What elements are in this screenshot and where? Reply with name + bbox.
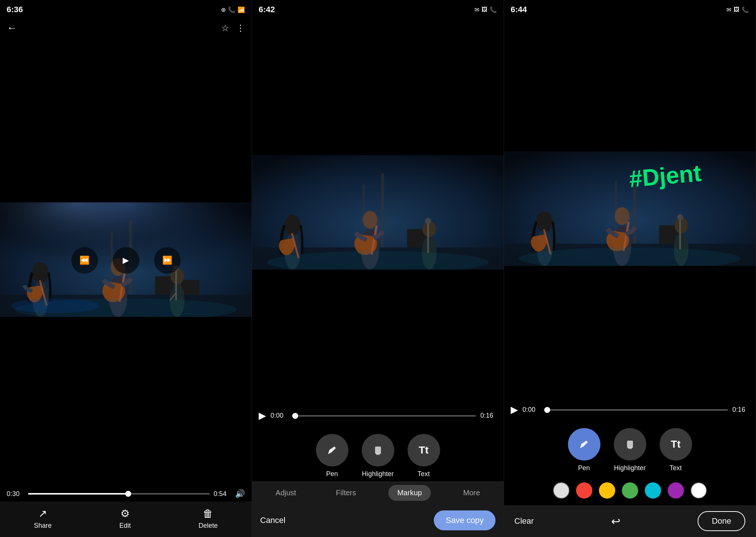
track-thumb-2[interactable] — [292, 413, 298, 419]
pen-icon-3 — [578, 438, 591, 451]
svg-rect-22 — [381, 174, 384, 247]
status-icons-1: ⊕ 📞 📶 — [221, 6, 245, 13]
color-cyan-3[interactable] — [645, 482, 661, 499]
text-tool-2[interactable]: Tt Text — [408, 434, 440, 478]
highlighter-tool-3[interactable]: Highlighter — [614, 428, 646, 472]
share-action[interactable]: ↗ Share — [34, 507, 52, 530]
bottom-tabs-2: Adjust Filters Markup More — [252, 482, 504, 504]
tab-more-2[interactable]: More — [456, 482, 488, 504]
status-icons-3: ✉ 🖼 📞 — [726, 6, 749, 13]
photo-icon-2: 🖼 — [481, 6, 487, 13]
done-button-3[interactable]: Done — [698, 511, 745, 531]
playback-bar-2: ▶ 0:00 0:16 — [252, 406, 504, 426]
timeline-row-1: 0:30 0:54 🔊 — [7, 489, 245, 499]
svg-rect-37 — [375, 447, 381, 454]
whatsapp-icon: ⊕ — [221, 6, 226, 13]
bottom-3: Clear ↩ Done — [504, 505, 756, 537]
color-red-3[interactable] — [576, 482, 592, 499]
delete-label: Delete — [198, 522, 218, 530]
color-purple-3[interactable] — [668, 482, 684, 499]
text-tool-circle-3: Tt — [660, 428, 692, 461]
pen-tool-3[interactable]: Pen — [568, 428, 600, 472]
status-bar-3: 6:44 ✉ 🖼 📞 — [504, 0, 756, 19]
current-time-1: 0:30 — [7, 490, 24, 498]
video-area-2 — [252, 19, 504, 406]
cancel-button-2[interactable]: Cancel — [260, 516, 285, 525]
action-bar-2: Cancel Save copy — [252, 504, 504, 537]
color-palette-3 — [504, 476, 756, 505]
timeline-progress-1 — [28, 493, 128, 495]
volume-icon-1[interactable]: 🔊 — [235, 489, 245, 499]
clear-button-3[interactable]: Clear — [514, 516, 534, 526]
color-white2-3[interactable] — [691, 482, 707, 499]
save-copy-button-2[interactable]: Save copy — [434, 510, 496, 530]
color-white-3[interactable] — [553, 482, 569, 499]
tool-row-3: Pen Highlighter Tt Text — [504, 420, 756, 476]
color-yellow-3[interactable] — [599, 482, 615, 499]
tab-adjust-2[interactable]: Adjust — [268, 482, 304, 504]
signal-icon: 📶 — [238, 6, 245, 13]
back-button[interactable]: ← — [7, 22, 17, 34]
status-icons-2: ✉ 🖼 📞 — [474, 6, 497, 13]
tool-row-2: Pen Highlighter Tt Text — [252, 426, 504, 482]
video-area-1: ⏪ ▶ ⏩ — [0, 37, 252, 484]
text-icon-3: Tt — [671, 438, 680, 450]
phone-icon-3: 📞 — [742, 6, 749, 13]
concert-scene-2 — [252, 155, 504, 270]
svg-point-53 — [677, 214, 683, 220]
rewind-button[interactable]: ⏪ — [71, 247, 98, 274]
undo-button-3[interactable]: ↩ — [611, 515, 620, 528]
svg-point-34 — [425, 218, 431, 224]
status-bar-2: 6:42 ✉ 🖼 📞 — [252, 0, 504, 19]
text-label-3: Text — [670, 464, 682, 472]
svg-rect-38 — [376, 453, 380, 455]
text-icon-2: Tt — [419, 444, 428, 456]
track-bar-3[interactable] — [544, 409, 728, 411]
phone-icon: 📞 — [228, 6, 235, 13]
track-thumb-3[interactable] — [544, 407, 550, 413]
end-time-1: 0:54 — [214, 490, 231, 498]
status-time-2: 6:42 — [259, 5, 275, 14]
more-button[interactable]: ⋮ — [236, 23, 245, 33]
top-bar-1: ← ☆ ⋮ — [0, 19, 252, 37]
svg-point-29 — [363, 211, 378, 229]
panel-2: 6:42 ✉ 🖼 📞 — [252, 0, 504, 537]
video-area-3: #Djent — [504, 19, 756, 400]
svg-rect-57 — [627, 441, 633, 448]
panel-3: 6:44 ✉ 🖼 📞 — [504, 0, 756, 537]
pen-label-3: Pen — [578, 464, 590, 472]
svg-point-48 — [615, 207, 630, 225]
play-button[interactable]: ▶ — [113, 247, 139, 274]
play-icon-3[interactable]: ▶ — [511, 404, 518, 415]
color-green-3[interactable] — [622, 482, 638, 499]
tab-filters-2[interactable]: Filters — [328, 482, 363, 504]
forward-button[interactable]: ⏩ — [154, 247, 181, 274]
text-tool-circle-2: Tt — [408, 434, 440, 466]
status-time-1: 6:36 — [7, 5, 23, 14]
highlighter-label-3: Highlighter — [614, 464, 646, 472]
pen-tool-circle-2 — [316, 434, 348, 466]
end-time-3: 0:16 — [732, 406, 749, 414]
highlighter-tool-circle-3 — [614, 428, 646, 461]
highlighter-tool-circle-2 — [362, 434, 394, 466]
svg-rect-52 — [680, 218, 681, 249]
star-button[interactable]: ☆ — [221, 23, 229, 33]
edit-icon: ⚙ — [120, 507, 130, 520]
edit-action[interactable]: ⚙ Edit — [119, 507, 131, 530]
tab-markup-2[interactable]: Markup — [388, 485, 431, 501]
text-label-2: Text — [418, 470, 430, 478]
play-icon-2[interactable]: ▶ — [259, 410, 266, 421]
video-controls-1: ⏪ ▶ ⏩ — [0, 202, 252, 318]
highlighter-tool-2[interactable]: Highlighter — [362, 434, 394, 478]
pen-tool-2[interactable]: Pen — [316, 434, 348, 478]
delete-action[interactable]: 🗑 Delete — [198, 507, 218, 530]
panel-1: 6:36 ⊕ 📞 📶 ← ☆ ⋮ — [0, 0, 252, 537]
timeline-1: 0:30 0:54 🔊 — [0, 484, 252, 502]
highlighter-icon-2 — [371, 444, 385, 457]
timeline-track-1[interactable] — [28, 493, 210, 495]
status-time-3: 6:44 — [511, 5, 527, 14]
timeline-thumb-1[interactable] — [125, 491, 131, 497]
text-tool-3[interactable]: Tt Text — [660, 428, 692, 472]
svg-rect-58 — [628, 447, 632, 449]
track-bar-2[interactable] — [292, 415, 476, 417]
